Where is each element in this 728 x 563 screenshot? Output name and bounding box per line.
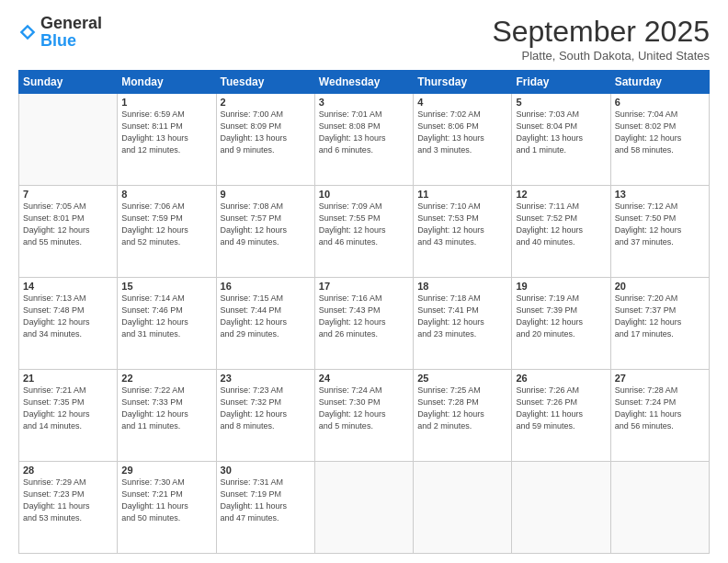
calendar-cell: 15Sunrise: 7:14 AMSunset: 7:46 PMDayligh… — [118, 278, 216, 370]
calendar-cell: 12Sunrise: 7:11 AMSunset: 7:52 PMDayligh… — [512, 186, 610, 278]
day-info: Sunrise: 7:16 AMSunset: 7:43 PMDaylight:… — [319, 293, 409, 340]
calendar-cell: 19Sunrise: 7:19 AMSunset: 7:39 PMDayligh… — [512, 278, 610, 370]
day-info: Sunrise: 7:12 AMSunset: 7:50 PMDaylight:… — [615, 201, 705, 248]
calendar-cell: 4Sunrise: 7:02 AMSunset: 8:06 PMDaylight… — [414, 94, 512, 186]
day-number: 14 — [23, 281, 113, 292]
day-info: Sunrise: 7:21 AMSunset: 7:35 PMDaylight:… — [23, 385, 113, 432]
calendar-cell: 22Sunrise: 7:22 AMSunset: 7:33 PMDayligh… — [118, 370, 216, 462]
day-number: 9 — [221, 189, 311, 200]
day-number: 7 — [23, 189, 113, 200]
day-info: Sunrise: 7:24 AMSunset: 7:30 PMDaylight:… — [319, 385, 409, 432]
day-number: 15 — [121, 281, 211, 292]
calendar-week-5: 28Sunrise: 7:29 AMSunset: 7:23 PMDayligh… — [19, 462, 710, 554]
day-number: 6 — [615, 97, 705, 108]
logo-general: General — [40, 14, 102, 32]
calendar-cell: 3Sunrise: 7:01 AMSunset: 8:08 PMDaylight… — [314, 94, 413, 186]
calendar-cell — [414, 462, 512, 554]
day-info: Sunrise: 7:20 AMSunset: 7:37 PMDaylight:… — [615, 293, 705, 340]
day-header-sunday: Sunday — [19, 71, 118, 94]
calendar-cell: 29Sunrise: 7:30 AMSunset: 7:21 PMDayligh… — [118, 462, 216, 554]
day-header-monday: Monday — [118, 71, 216, 94]
calendar-cell: 6Sunrise: 7:04 AMSunset: 8:02 PMDaylight… — [610, 94, 709, 186]
day-info: Sunrise: 7:08 AMSunset: 7:57 PMDaylight:… — [221, 201, 311, 248]
day-info: Sunrise: 7:00 AMSunset: 8:09 PMDaylight:… — [221, 109, 311, 156]
day-info: Sunrise: 7:06 AMSunset: 7:59 PMDaylight:… — [121, 201, 211, 248]
calendar-cell: 10Sunrise: 7:09 AMSunset: 7:55 PMDayligh… — [314, 186, 413, 278]
day-info: Sunrise: 7:22 AMSunset: 7:33 PMDaylight:… — [121, 385, 211, 432]
day-number: 26 — [516, 373, 606, 384]
day-number: 3 — [319, 97, 409, 108]
calendar-cell: 8Sunrise: 7:06 AMSunset: 7:59 PMDaylight… — [118, 186, 216, 278]
calendar-table: SundayMondayTuesdayWednesdayThursdayFrid… — [18, 70, 710, 554]
day-number: 25 — [417, 373, 507, 384]
day-info: Sunrise: 7:14 AMSunset: 7:46 PMDaylight:… — [121, 293, 211, 340]
calendar-cell — [512, 462, 610, 554]
calendar-cell: 2Sunrise: 7:00 AMSunset: 8:09 PMDaylight… — [216, 94, 314, 186]
logo-icon — [18, 23, 37, 41]
calendar-cell: 24Sunrise: 7:24 AMSunset: 7:30 PMDayligh… — [314, 370, 413, 462]
calendar-cell: 13Sunrise: 7:12 AMSunset: 7:50 PMDayligh… — [610, 186, 709, 278]
day-header-friday: Friday — [512, 71, 610, 94]
calendar-cell: 23Sunrise: 7:23 AMSunset: 7:32 PMDayligh… — [216, 370, 314, 462]
day-info: Sunrise: 7:10 AMSunset: 7:53 PMDaylight:… — [417, 201, 507, 248]
calendar-week-3: 14Sunrise: 7:13 AMSunset: 7:48 PMDayligh… — [19, 278, 710, 370]
calendar-body: 1Sunrise: 6:59 AMSunset: 8:11 PMDaylight… — [19, 94, 710, 554]
calendar-cell: 26Sunrise: 7:26 AMSunset: 7:26 PMDayligh… — [512, 370, 610, 462]
calendar-week-1: 1Sunrise: 6:59 AMSunset: 8:11 PMDaylight… — [19, 94, 710, 186]
day-info: Sunrise: 6:59 AMSunset: 8:11 PMDaylight:… — [121, 109, 211, 156]
day-number: 17 — [319, 281, 409, 292]
day-info: Sunrise: 7:04 AMSunset: 8:02 PMDaylight:… — [615, 109, 705, 156]
day-info: Sunrise: 7:01 AMSunset: 8:08 PMDaylight:… — [319, 109, 409, 156]
page: General Blue September 2025 Platte, Sout… — [0, 0, 728, 563]
day-number: 10 — [319, 189, 409, 200]
day-number: 2 — [221, 97, 311, 108]
calendar-cell: 18Sunrise: 7:18 AMSunset: 7:41 PMDayligh… — [414, 278, 512, 370]
header: General Blue September 2025 Platte, Sout… — [18, 15, 710, 63]
day-number: 28 — [23, 465, 113, 476]
logo: General Blue — [18, 15, 102, 50]
day-number: 23 — [221, 373, 311, 384]
day-header-tuesday: Tuesday — [216, 71, 314, 94]
calendar-cell: 17Sunrise: 7:16 AMSunset: 7:43 PMDayligh… — [314, 278, 413, 370]
day-info: Sunrise: 7:31 AMSunset: 7:19 PMDaylight:… — [221, 477, 311, 524]
day-number: 27 — [615, 373, 705, 384]
calendar-cell: 27Sunrise: 7:28 AMSunset: 7:24 PMDayligh… — [610, 370, 709, 462]
day-number: 18 — [417, 281, 507, 292]
month-title: September 2025 — [492, 15, 710, 49]
day-number: 12 — [516, 189, 606, 200]
location-title: Platte, South Dakota, United States — [492, 49, 710, 63]
day-info: Sunrise: 7:03 AMSunset: 8:04 PMDaylight:… — [516, 109, 606, 156]
calendar-cell: 21Sunrise: 7:21 AMSunset: 7:35 PMDayligh… — [19, 370, 118, 462]
calendar-cell: 14Sunrise: 7:13 AMSunset: 7:48 PMDayligh… — [19, 278, 118, 370]
calendar-cell: 25Sunrise: 7:25 AMSunset: 7:28 PMDayligh… — [414, 370, 512, 462]
day-number: 11 — [417, 189, 507, 200]
day-info: Sunrise: 7:29 AMSunset: 7:23 PMDaylight:… — [23, 477, 113, 524]
day-number: 24 — [319, 373, 409, 384]
day-number: 19 — [516, 281, 606, 292]
calendar-week-2: 7Sunrise: 7:05 AMSunset: 8:01 PMDaylight… — [19, 186, 710, 278]
calendar-cell — [19, 94, 118, 186]
day-number: 20 — [615, 281, 705, 292]
day-info: Sunrise: 7:13 AMSunset: 7:48 PMDaylight:… — [23, 293, 113, 340]
day-info: Sunrise: 7:23 AMSunset: 7:32 PMDaylight:… — [221, 385, 311, 432]
calendar-cell: 20Sunrise: 7:20 AMSunset: 7:37 PMDayligh… — [610, 278, 709, 370]
calendar-cell: 1Sunrise: 6:59 AMSunset: 8:11 PMDaylight… — [118, 94, 216, 186]
day-info: Sunrise: 7:15 AMSunset: 7:44 PMDaylight:… — [221, 293, 311, 340]
calendar-cell — [314, 462, 413, 554]
calendar-cell: 11Sunrise: 7:10 AMSunset: 7:53 PMDayligh… — [414, 186, 512, 278]
day-number: 22 — [121, 373, 211, 384]
calendar-cell: 9Sunrise: 7:08 AMSunset: 7:57 PMDaylight… — [216, 186, 314, 278]
day-number: 29 — [121, 465, 211, 476]
day-number: 5 — [516, 97, 606, 108]
day-info: Sunrise: 7:28 AMSunset: 7:24 PMDaylight:… — [615, 385, 705, 432]
day-info: Sunrise: 7:19 AMSunset: 7:39 PMDaylight:… — [516, 293, 606, 340]
day-info: Sunrise: 7:11 AMSunset: 7:52 PMDaylight:… — [516, 201, 606, 248]
day-number: 16 — [221, 281, 311, 292]
title-block: September 2025 Platte, South Dakota, Uni… — [492, 15, 710, 63]
day-header-wednesday: Wednesday — [314, 71, 413, 94]
calendar-cell — [610, 462, 709, 554]
day-info: Sunrise: 7:30 AMSunset: 7:21 PMDaylight:… — [121, 477, 211, 524]
day-number: 8 — [121, 189, 211, 200]
calendar-header: SundayMondayTuesdayWednesdayThursdayFrid… — [19, 71, 710, 94]
day-info: Sunrise: 7:26 AMSunset: 7:26 PMDaylight:… — [516, 385, 606, 432]
